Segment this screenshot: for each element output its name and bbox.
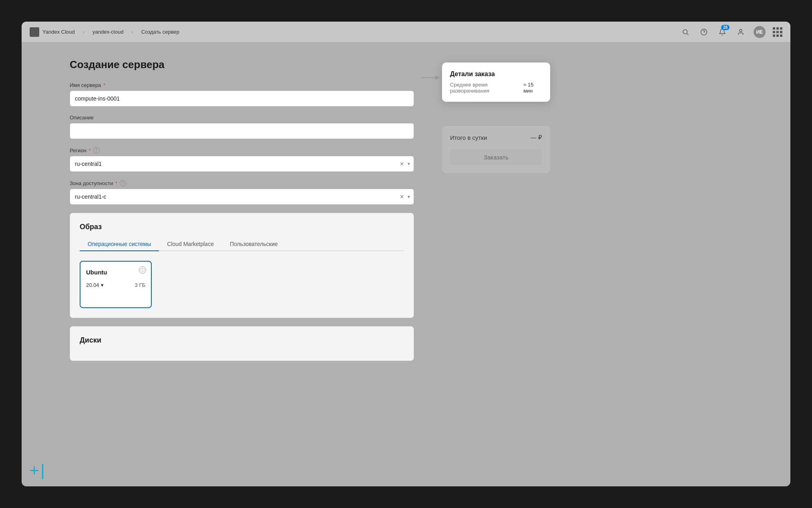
server-name-group: Имя сервера * [70, 82, 414, 107]
order-card: Итого в сутки — ₽ Заказать [442, 126, 550, 173]
zone-group: Зона доступности * ? ru-central1-c ✕ ▾ [70, 180, 414, 205]
required-indicator: * [89, 147, 91, 153]
zone-label: Зона доступности * ? [70, 180, 414, 186]
logo: Yandex Cloud [30, 27, 75, 37]
ubuntu-footer: 20.04 ▾ 3 ГБ [86, 282, 145, 288]
disks-section-title: Диски [80, 336, 404, 345]
description-group: Описание [70, 115, 414, 139]
svg-line-1 [687, 33, 689, 35]
page-title: Создание сервера [70, 58, 414, 71]
region-clear-icon[interactable]: ✕ [400, 161, 404, 167]
region-select-wrapper: ru-central1 ✕ ▾ [70, 156, 414, 172]
help-button[interactable] [698, 26, 709, 38]
logo-icon [30, 27, 39, 37]
ubuntu-name: Ubuntu [86, 269, 145, 276]
disks-section: Диски [70, 326, 414, 361]
order-tooltip: Детали заказа Среднее время разворачиван… [442, 62, 550, 102]
image-tabs: Операционные системы Cloud Marketplace П… [80, 238, 404, 251]
grid-dot [780, 27, 782, 30]
grid-dot [773, 34, 775, 37]
breadcrumb-sep-2: › [131, 29, 133, 35]
notification-button[interactable]: 28 [717, 26, 728, 38]
user-avatar[interactable]: ИЕ [754, 26, 766, 38]
ubuntu-size: 3 ГБ [135, 282, 145, 288]
region-label: Регион * ? [70, 147, 414, 153]
grid-dot [776, 27, 779, 30]
grid-dot [780, 31, 782, 33]
region-group: Регион * ? ru-central1 ✕ ▾ [70, 147, 414, 172]
user-button[interactable] [735, 26, 746, 38]
tooltip-deploy-row: Среднее время разворачивания ≈ 15 мин [450, 82, 542, 94]
version-chevron-icon: ▾ [101, 282, 104, 288]
logo-text: Yandex Cloud [42, 29, 75, 35]
server-name-input[interactable] [70, 91, 414, 107]
tab-custom[interactable]: Пользовательские [222, 238, 286, 250]
ubuntu-version-select[interactable]: 20.04 ▾ [86, 282, 104, 288]
grid-dot [776, 34, 779, 37]
zone-chevron-icon[interactable]: ▾ [408, 194, 410, 200]
region-select[interactable]: ru-central1 [70, 156, 414, 172]
tooltip-title: Детали заказа [450, 71, 542, 78]
grid-dot [780, 34, 782, 37]
order-total-label: Итого в сутки [450, 134, 487, 141]
order-total-price: — ₽ [531, 134, 542, 141]
svg-point-0 [683, 30, 687, 34]
svg-point-4 [740, 29, 742, 32]
tab-cloud-marketplace[interactable]: Cloud Marketplace [159, 238, 222, 250]
content-area: Создание сервера Имя сервера * Описание [22, 42, 790, 486]
zone-select-icons: ✕ ▾ [400, 194, 410, 200]
tooltip-arrow [421, 74, 442, 82]
ubuntu-card[interactable]: ⓘ Ubuntu 20.04 ▾ 3 ГБ [80, 261, 152, 308]
apps-grid-button[interactable] [773, 27, 782, 37]
grid-dot [773, 31, 775, 33]
breadcrumb-1[interactable]: yandex-cloud [92, 29, 123, 35]
tab-os[interactable]: Операционные системы [80, 238, 159, 250]
search-button[interactable] [680, 26, 691, 38]
zone-clear-icon[interactable]: ✕ [400, 194, 404, 200]
grid-dot [773, 27, 775, 30]
region-help-icon[interactable]: ? [93, 147, 100, 153]
notification-badge: 28 [721, 25, 730, 30]
image-section: Образ Операционные системы Cloud Marketp… [70, 213, 414, 318]
tooltip-deploy-label: Среднее время разворачивания [450, 82, 520, 94]
region-chevron-icon[interactable]: ▾ [408, 161, 410, 167]
breadcrumb-sep: › [83, 29, 84, 35]
plus-icon: + [30, 462, 39, 478]
pipe-icon: | [40, 462, 44, 478]
zone-select[interactable]: ru-central1-c [70, 189, 414, 205]
region-select-icons: ✕ ▾ [400, 161, 410, 167]
os-cards: ⓘ Ubuntu 20.04 ▾ 3 ГБ [80, 261, 404, 308]
bottom-logo: + | [22, 454, 53, 486]
zone-select-wrapper: ru-central1-c ✕ ▾ [70, 189, 414, 205]
zone-help-icon[interactable]: ? [120, 180, 126, 186]
breadcrumb-2: Создать сервер [141, 29, 179, 35]
tooltip-deploy-value: ≈ 15 мин [523, 82, 542, 94]
top-bar-left: Yandex Cloud › yandex-cloud › Создать се… [30, 27, 179, 37]
description-input[interactable] [70, 123, 414, 139]
top-bar-right: 28 ИЕ [680, 26, 782, 38]
order-total-row: Итого в сутки — ₽ [450, 134, 542, 141]
top-bar: Yandex Cloud › yandex-cloud › Создать се… [22, 22, 790, 42]
image-section-title: Образ [80, 223, 404, 231]
right-panel: Детали заказа Среднее время разворачиван… [438, 58, 550, 470]
ubuntu-info-icon[interactable]: ⓘ [139, 266, 146, 274]
required-indicator: * [115, 180, 117, 186]
left-panel: Создание сервера Имя сервера * Описание [70, 58, 414, 470]
description-label: Описание [70, 115, 414, 121]
required-indicator: * [103, 82, 105, 88]
main-window: Yandex Cloud › yandex-cloud › Создать се… [22, 22, 790, 486]
server-name-label: Имя сервера * [70, 82, 414, 88]
order-button[interactable]: Заказать [450, 149, 542, 165]
grid-dot [776, 31, 779, 33]
